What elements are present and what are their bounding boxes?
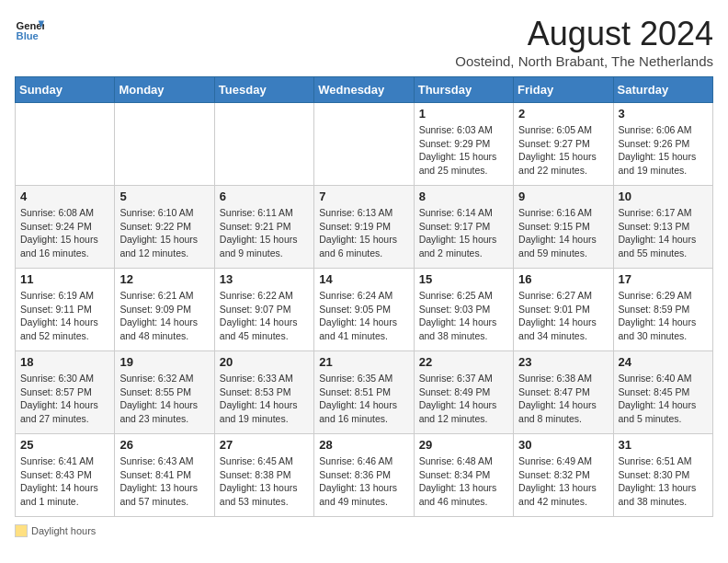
day-info: Sunrise: 6:35 AM Sunset: 8:51 PM Dayligh… xyxy=(319,372,408,426)
day-number: 25 xyxy=(20,438,109,452)
day-cell: 8Sunrise: 6:14 AM Sunset: 9:17 PM Daylig… xyxy=(414,186,513,269)
day-cell: 17Sunrise: 6:29 AM Sunset: 8:59 PM Dayli… xyxy=(613,269,712,351)
day-info: Sunrise: 6:11 AM Sunset: 9:21 PM Dayligh… xyxy=(220,206,309,260)
day-cell: 29Sunrise: 6:48 AM Sunset: 8:34 PM Dayli… xyxy=(414,434,513,517)
day-info: Sunrise: 6:40 AM Sunset: 8:45 PM Dayligh… xyxy=(619,372,708,426)
day-number: 14 xyxy=(319,272,408,286)
day-number: 21 xyxy=(319,355,408,369)
day-info: Sunrise: 6:13 AM Sunset: 9:19 PM Dayligh… xyxy=(319,206,408,260)
day-cell: 4Sunrise: 6:08 AM Sunset: 9:24 PM Daylig… xyxy=(16,186,115,269)
logo-icon: General Blue xyxy=(15,15,44,44)
day-number: 6 xyxy=(220,190,309,203)
day-cell: 16Sunrise: 6:27 AM Sunset: 9:01 PM Dayli… xyxy=(514,269,613,351)
day-cell: 27Sunrise: 6:45 AM Sunset: 8:38 PM Dayli… xyxy=(214,434,313,517)
day-info: Sunrise: 6:33 AM Sunset: 8:53 PM Dayligh… xyxy=(220,372,309,426)
day-number: 17 xyxy=(619,272,708,286)
day-cell: 18Sunrise: 6:30 AM Sunset: 8:57 PM Dayli… xyxy=(16,351,115,434)
day-info: Sunrise: 6:17 AM Sunset: 9:13 PM Dayligh… xyxy=(619,206,708,260)
day-number: 1 xyxy=(419,107,508,121)
day-info: Sunrise: 6:48 AM Sunset: 8:34 PM Dayligh… xyxy=(419,454,508,509)
day-cell: 20Sunrise: 6:33 AM Sunset: 8:53 PM Dayli… xyxy=(214,351,313,434)
day-number: 26 xyxy=(119,438,209,452)
day-number: 31 xyxy=(619,438,708,452)
day-info: Sunrise: 6:45 AM Sunset: 8:38 PM Dayligh… xyxy=(220,454,309,509)
day-info: Sunrise: 6:29 AM Sunset: 8:59 PM Dayligh… xyxy=(619,289,708,343)
day-number: 28 xyxy=(319,438,408,452)
day-cell: 3Sunrise: 6:06 AM Sunset: 9:26 PM Daylig… xyxy=(613,103,712,186)
calendar-header: SundayMondayTuesdayWednesdayThursdayFrid… xyxy=(16,77,713,103)
day-cell: 7Sunrise: 6:13 AM Sunset: 9:19 PM Daylig… xyxy=(314,186,414,269)
day-info: Sunrise: 6:14 AM Sunset: 9:17 PM Dayligh… xyxy=(419,206,508,260)
header-cell-wednesday: Wednesday xyxy=(314,77,414,103)
day-cell: 19Sunrise: 6:32 AM Sunset: 8:55 PM Dayli… xyxy=(115,351,214,434)
day-cell: 2Sunrise: 6:05 AM Sunset: 9:27 PM Daylig… xyxy=(514,103,613,186)
day-info: Sunrise: 6:32 AM Sunset: 8:55 PM Dayligh… xyxy=(119,372,209,426)
week-row-1: 1Sunrise: 6:03 AM Sunset: 9:29 PM Daylig… xyxy=(16,103,713,186)
day-number: 20 xyxy=(220,355,309,369)
day-cell: 30Sunrise: 6:49 AM Sunset: 8:32 PM Dayli… xyxy=(514,434,613,517)
day-cell xyxy=(115,103,214,186)
day-info: Sunrise: 6:27 AM Sunset: 9:01 PM Dayligh… xyxy=(518,289,608,343)
day-cell: 21Sunrise: 6:35 AM Sunset: 8:51 PM Dayli… xyxy=(314,351,414,434)
location-subtitle: Oosteind, North Brabant, The Netherlands xyxy=(455,53,713,69)
day-info: Sunrise: 6:46 AM Sunset: 8:36 PM Dayligh… xyxy=(319,454,408,509)
day-number: 7 xyxy=(319,190,408,203)
day-info: Sunrise: 6:06 AM Sunset: 9:26 PM Dayligh… xyxy=(619,123,708,178)
svg-text:Blue: Blue xyxy=(17,30,39,41)
day-info: Sunrise: 6:51 AM Sunset: 8:30 PM Dayligh… xyxy=(619,454,708,509)
day-number: 30 xyxy=(518,438,608,452)
day-cell: 15Sunrise: 6:25 AM Sunset: 9:03 PM Dayli… xyxy=(414,269,513,351)
day-cell: 9Sunrise: 6:16 AM Sunset: 9:15 PM Daylig… xyxy=(514,186,613,269)
day-info: Sunrise: 6:24 AM Sunset: 9:05 PM Dayligh… xyxy=(319,289,408,343)
day-cell xyxy=(214,103,313,186)
day-cell: 11Sunrise: 6:19 AM Sunset: 9:11 PM Dayli… xyxy=(16,269,115,351)
day-info: Sunrise: 6:37 AM Sunset: 8:49 PM Dayligh… xyxy=(419,372,508,426)
header-row: SundayMondayTuesdayWednesdayThursdayFrid… xyxy=(16,77,713,103)
calendar-table: SundayMondayTuesdayWednesdayThursdayFrid… xyxy=(15,76,713,517)
day-info: Sunrise: 6:49 AM Sunset: 8:32 PM Dayligh… xyxy=(518,454,608,509)
day-cell: 1Sunrise: 6:03 AM Sunset: 9:29 PM Daylig… xyxy=(414,103,513,186)
day-info: Sunrise: 6:43 AM Sunset: 8:41 PM Dayligh… xyxy=(119,454,209,509)
day-info: Sunrise: 6:22 AM Sunset: 9:07 PM Dayligh… xyxy=(220,289,309,343)
day-number: 8 xyxy=(419,190,508,203)
day-number: 4 xyxy=(20,190,109,203)
day-number: 9 xyxy=(518,190,608,203)
day-cell: 25Sunrise: 6:41 AM Sunset: 8:43 PM Dayli… xyxy=(16,434,115,517)
day-cell: 6Sunrise: 6:11 AM Sunset: 9:21 PM Daylig… xyxy=(214,186,313,269)
day-info: Sunrise: 6:38 AM Sunset: 8:47 PM Dayligh… xyxy=(518,372,608,426)
day-cell: 5Sunrise: 6:10 AM Sunset: 9:22 PM Daylig… xyxy=(115,186,214,269)
day-number: 3 xyxy=(619,107,708,121)
day-cell: 14Sunrise: 6:24 AM Sunset: 9:05 PM Dayli… xyxy=(314,269,414,351)
day-cell: 22Sunrise: 6:37 AM Sunset: 8:49 PM Dayli… xyxy=(414,351,513,434)
day-cell: 26Sunrise: 6:43 AM Sunset: 8:41 PM Dayli… xyxy=(115,434,214,517)
day-number: 16 xyxy=(518,272,608,286)
day-cell: 31Sunrise: 6:51 AM Sunset: 8:30 PM Dayli… xyxy=(613,434,712,517)
header-cell-sunday: Sunday xyxy=(16,77,115,103)
week-row-4: 18Sunrise: 6:30 AM Sunset: 8:57 PM Dayli… xyxy=(16,351,713,434)
week-row-2: 4Sunrise: 6:08 AM Sunset: 9:24 PM Daylig… xyxy=(16,186,713,269)
legend-box xyxy=(15,524,28,537)
day-number: 11 xyxy=(20,272,109,286)
day-number: 2 xyxy=(518,107,608,121)
day-number: 22 xyxy=(419,355,508,369)
calendar-body: 1Sunrise: 6:03 AM Sunset: 9:29 PM Daylig… xyxy=(16,103,713,517)
day-info: Sunrise: 6:25 AM Sunset: 9:03 PM Dayligh… xyxy=(419,289,508,343)
day-cell: 24Sunrise: 6:40 AM Sunset: 8:45 PM Dayli… xyxy=(613,351,712,434)
day-number: 23 xyxy=(518,355,608,369)
title-area: August 2024 Oosteind, North Brabant, The… xyxy=(455,15,713,69)
day-cell xyxy=(16,103,115,186)
day-info: Sunrise: 6:30 AM Sunset: 8:57 PM Dayligh… xyxy=(20,372,109,426)
day-number: 29 xyxy=(419,438,508,452)
day-number: 18 xyxy=(20,355,109,369)
day-number: 12 xyxy=(119,272,209,286)
day-number: 5 xyxy=(119,190,209,203)
day-info: Sunrise: 6:10 AM Sunset: 9:22 PM Dayligh… xyxy=(119,206,209,260)
header-cell-tuesday: Tuesday xyxy=(214,77,313,103)
logo: General Blue xyxy=(15,15,44,44)
header-cell-friday: Friday xyxy=(514,77,613,103)
week-row-3: 11Sunrise: 6:19 AM Sunset: 9:11 PM Dayli… xyxy=(16,269,713,351)
day-info: Sunrise: 6:05 AM Sunset: 9:27 PM Dayligh… xyxy=(518,123,608,178)
month-title: August 2024 xyxy=(455,15,713,53)
page-header: General Blue August 2024 Oosteind, North… xyxy=(15,15,713,69)
day-cell: 28Sunrise: 6:46 AM Sunset: 8:36 PM Dayli… xyxy=(314,434,414,517)
